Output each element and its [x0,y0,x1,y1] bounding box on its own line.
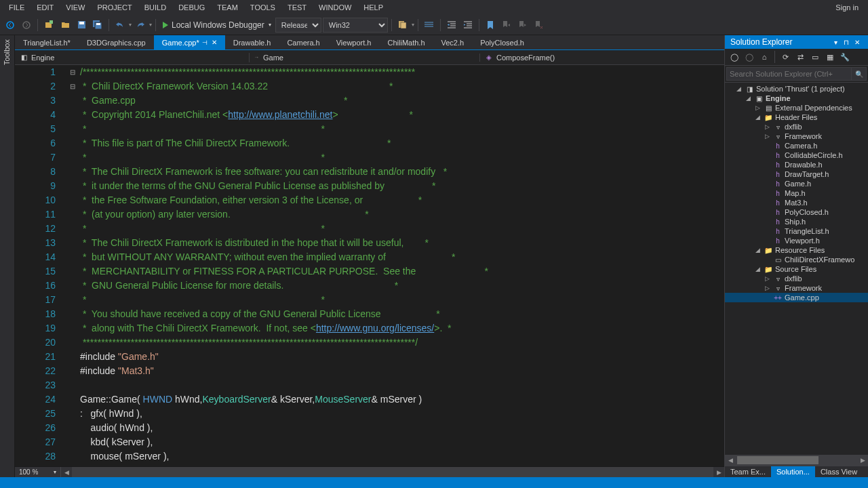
tree-node-viewport-h[interactable]: hViewport.h [725,236,868,245]
tree-node-resource-files[interactable]: ◢📁Resource Files [725,245,868,255]
se-showall-button[interactable]: ▦ [823,50,837,64]
solution-search-input[interactable] [726,67,852,81]
prev-bookmark-button[interactable] [499,18,514,33]
expand-icon[interactable]: ▷ [763,123,771,130]
tab-chilimath-h[interactable]: ChiliMath.h [379,35,433,49]
se-collapse-button[interactable]: ▭ [808,50,822,64]
tree-node-polyclosed-h[interactable]: hPolyClosed.h [725,207,868,217]
horizontal-scrollbar[interactable] [72,467,713,477]
redo-button[interactable] [133,18,148,33]
toolbox-tab[interactable]: Toolbox [0,35,14,69]
new-project-button[interactable] [41,18,56,33]
expand-icon[interactable]: ◢ [753,266,762,272]
tree-node-dxflib[interactable]: ▷▿dxflib [725,274,868,283]
menu-file[interactable]: FILE [3,1,31,14]
tab-drawable-h[interactable]: Drawable.h [225,35,279,49]
solution-tree[interactable]: ◢◨Solution 'Thrust' (1 project)◢▣Engine▷… [725,83,868,455]
tree-node-map-h[interactable]: hMap.h [725,188,868,198]
expand-icon[interactable]: ◢ [753,114,762,121]
menu-debug[interactable]: DEBUG [172,1,211,14]
menu-window[interactable]: WINDOW [313,1,357,14]
menu-view[interactable]: VIEW [60,1,91,14]
se-properties-button[interactable]: 🔧 [838,50,852,64]
scope-dropdown[interactable]: ◧ Engine [15,53,250,62]
tree-node-framework[interactable]: ▷▿Framework [725,131,868,141]
menu-tools[interactable]: TOOLS [244,1,281,14]
folding-column[interactable]: ⊟⊟ [66,65,79,477]
indent-less-button[interactable] [444,18,459,33]
tree-node-trianglelist-h[interactable]: hTriangleList.h [725,226,868,236]
tab-viewport-h[interactable]: Viewport.h [328,35,380,49]
indent-more-button[interactable] [460,18,475,33]
tab-close-icon[interactable]: ✕ [212,39,217,46]
tab-pin-icon[interactable]: ⊣ [202,39,208,46]
menu-build[interactable]: BUILD [138,1,172,14]
panel-tab-teamex[interactable]: Team Ex... [725,466,771,477]
tree-node-engine[interactable]: ◢▣Engine [725,94,868,103]
se-back-button[interactable]: ◯ [728,50,741,64]
open-file-button[interactable] [58,18,73,33]
tree-node-game-h[interactable]: hGame.h [725,179,868,188]
expand-icon[interactable]: ▷ [763,275,771,282]
tree-node-collidablecircle-h[interactable]: hCollidableCircle.h [725,150,868,160]
tab-d3dgraphics-cpp[interactable]: D3DGraphics.cpp [79,35,154,49]
panel-pin-button[interactable]: ⊓ [841,39,852,46]
tree-node-mat3-h[interactable]: hMat3.h [725,198,868,207]
signin-link[interactable]: Sign in [829,3,865,12]
expand-icon[interactable]: ◢ [753,247,762,253]
menu-edit[interactable]: EDIT [31,1,60,14]
find-in-files-button[interactable] [395,18,410,33]
expand-icon[interactable]: ▷ [763,133,771,140]
expand-icon[interactable]: ◢ [734,85,743,92]
panel-menu-button[interactable]: ▾ [830,39,841,46]
tree-node-external-dependencies[interactable]: ▷▤External Dependencies [725,103,868,113]
next-bookmark-button[interactable] [515,18,530,33]
panel-tab-solution[interactable]: Solution... [771,466,815,477]
tab-vec2-h[interactable]: Vec2.h [433,35,473,49]
solution-search-button[interactable]: 🔍 [852,67,867,81]
type-dropdown[interactable]: → Game [250,54,480,62]
tree-node-framework[interactable]: ▷▿Framework [725,283,868,293]
tree-node-dxflib[interactable]: ▷▿dxflib [725,122,868,131]
back-button[interactable] [3,18,18,33]
tree-node-solution--thrust---1-project-[interactable]: ◢◨Solution 'Thrust' (1 project) [725,84,868,94]
panel-hscroll[interactable]: ◀ ▶ [725,455,868,466]
zoom-dropdown[interactable]: 100 %▾ [15,467,61,477]
panel-titlebar[interactable]: Solution Explorer ▾ ⊓ ✕ [725,35,868,49]
tab-polyclosed-h[interactable]: PolyClosed.h [472,35,532,49]
tab-camera-h[interactable]: Camera.h [279,35,328,49]
se-sync-button[interactable]: ⇄ [793,50,807,64]
save-all-button[interactable] [90,18,105,33]
tree-node-drawtarget-h[interactable]: hDrawTarget.h [725,169,868,179]
tree-node-source-files[interactable]: ◢📁Source Files [725,264,868,274]
se-refresh-button[interactable]: ⟳ [778,50,792,64]
tree-node-ship-h[interactable]: hShip.h [725,217,868,226]
menu-team[interactable]: TEAM [211,1,244,14]
tab-trianglelist-h[interactable]: TriangleList.h* [15,35,79,49]
forward-button[interactable] [19,18,34,33]
bookmark-button[interactable] [483,18,498,33]
menu-help[interactable]: HELP [357,1,389,14]
se-forward-button[interactable]: ◯ [743,50,756,64]
panel-close-button[interactable]: ✕ [852,39,863,46]
comment-button[interactable] [422,18,437,33]
tree-node-header-files[interactable]: ◢📁Header Files [725,113,868,122]
menu-project[interactable]: PROJECT [91,1,138,14]
tree-node-chilidirectxframewo[interactable]: ▭ChiliDirectXFramewo [725,255,868,264]
panel-tab-classview[interactable]: Class View [815,466,863,477]
expand-icon[interactable]: ▷ [753,104,762,111]
platform-select[interactable]: Win32 [323,18,388,33]
config-select[interactable]: Release [275,18,321,33]
save-button[interactable] [74,18,89,33]
start-debug-button[interactable]: Local Windows Debugger ▾ [159,19,274,31]
se-home-button[interactable]: ⌂ [757,50,771,64]
clear-bookmarks-button[interactable] [532,18,547,33]
tab-game-cpp[interactable]: Game.cpp*⊣✕ [154,35,225,49]
tree-node-game-cpp[interactable]: ++Game.cpp [725,293,868,302]
tree-node-camera-h[interactable]: hCamera.h [725,141,868,150]
expand-icon[interactable]: ◢ [744,95,752,102]
expand-icon[interactable]: ▷ [763,285,771,291]
menu-test[interactable]: TEST [281,1,313,14]
undo-button[interactable] [113,18,127,33]
tree-node-drawable-h[interactable]: hDrawable.h [725,160,868,169]
